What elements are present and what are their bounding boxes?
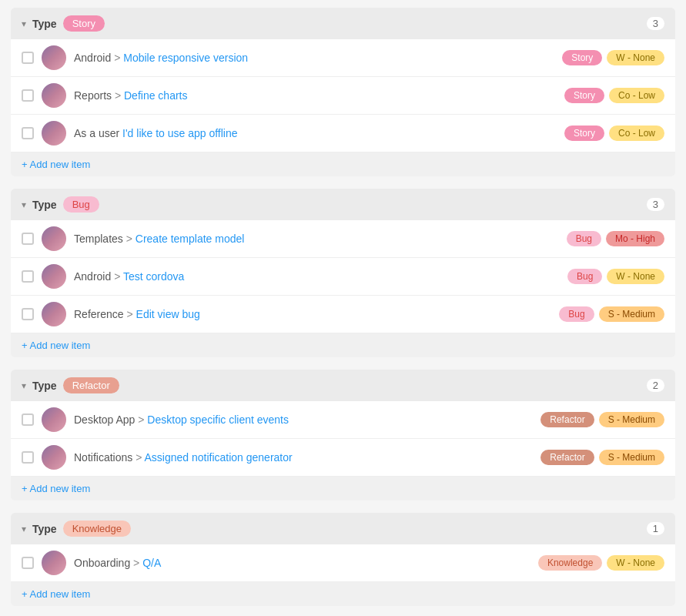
item-tags: StoryCo - Low <box>564 126 664 141</box>
item-type-tag[interactable]: Story <box>562 50 602 65</box>
group-count: 3 <box>647 198 664 211</box>
avatar <box>42 264 66 289</box>
group-type-label: Type <box>32 523 57 535</box>
add-new-item-button[interactable]: + Add new item <box>11 152 675 176</box>
table-row: Templates > Create template modelBugMo -… <box>11 220 675 258</box>
group-type-label: Type <box>32 18 57 30</box>
avatar <box>42 121 66 146</box>
group-count: 1 <box>647 522 664 535</box>
chevron-down-icon[interactable]: ▾ <box>22 18 26 29</box>
table-row: Reference > Edit view bugBugS - Medium <box>11 296 675 333</box>
item-type-tag[interactable]: Refactor <box>540 412 594 427</box>
item-tags: BugMo - High <box>567 231 664 246</box>
group-refactor: ▾TypeRefactor2Desktop App > Desktop spec… <box>11 370 675 500</box>
group-bug: ▾TypeBug3Templates > Create template mod… <box>11 189 675 357</box>
item-type-tag[interactable]: Bug <box>559 306 594 322</box>
table-row: Android > Mobile responsive versionStory… <box>11 39 675 77</box>
group-type-badge[interactable]: Refactor <box>63 377 119 393</box>
item-title[interactable]: As a user I'd like to use app offline <box>74 127 557 139</box>
item-type-tag[interactable]: Bug <box>567 269 602 284</box>
item-priority-tag[interactable]: W - None <box>607 50 664 65</box>
avatar <box>42 83 66 108</box>
item-checkbox[interactable] <box>22 557 34 569</box>
item-tags: StoryW - None <box>562 50 664 65</box>
group-type-badge[interactable]: Story <box>63 15 105 32</box>
item-checkbox[interactable] <box>22 413 34 426</box>
item-type-tag[interactable]: Knowledge <box>538 555 602 571</box>
add-new-item-button[interactable]: + Add new item <box>11 582 675 606</box>
main-container: ▾TypeStory3Android > Mobile responsive v… <box>0 0 686 616</box>
item-tags: KnowledgeW - None <box>538 555 664 571</box>
item-type-tag[interactable]: Refactor <box>540 450 594 465</box>
item-checkbox[interactable] <box>22 89 34 102</box>
item-title[interactable]: Reports > Define charts <box>74 89 557 102</box>
group-type-label: Type <box>32 199 57 211</box>
chevron-down-icon[interactable]: ▾ <box>22 380 26 391</box>
avatar <box>42 45 66 70</box>
avatar <box>42 551 66 575</box>
item-title[interactable]: Android > Mobile responsive version <box>74 52 554 64</box>
item-priority-tag[interactable]: Co - Low <box>609 88 664 103</box>
item-priority-tag[interactable]: W - None <box>607 555 664 571</box>
group-count: 2 <box>647 379 664 392</box>
group-type-badge[interactable]: Knowledge <box>63 521 131 537</box>
item-type-tag[interactable]: Bug <box>567 231 601 246</box>
add-new-item-button[interactable]: + Add new item <box>11 333 675 357</box>
group-type-badge[interactable]: Bug <box>63 196 99 213</box>
avatar <box>42 226 66 251</box>
avatar <box>42 302 66 326</box>
item-priority-tag[interactable]: Co - Low <box>609 126 664 141</box>
item-checkbox[interactable] <box>22 127 34 139</box>
item-title[interactable]: Onboarding > Q/A <box>74 557 530 569</box>
item-checkbox[interactable] <box>22 451 34 464</box>
add-new-item-button[interactable]: + Add new item <box>11 477 675 500</box>
item-checkbox[interactable] <box>22 233 34 245</box>
item-tags: BugW - None <box>567 269 664 284</box>
group-type-label: Type <box>32 380 57 392</box>
item-title[interactable]: Android > Test cordova <box>74 270 560 283</box>
item-tags: BugS - Medium <box>559 306 664 322</box>
table-row: Onboarding > Q/AKnowledgeW - None <box>11 544 675 582</box>
avatar <box>42 445 66 470</box>
chevron-down-icon[interactable]: ▾ <box>22 524 26 534</box>
table-row: Reports > Define chartsStoryCo - Low <box>11 77 675 115</box>
table-row: Android > Test cordovaBugW - None <box>11 258 675 296</box>
item-tags: StoryCo - Low <box>564 88 664 103</box>
item-title[interactable]: Notifications > Assigned notification ge… <box>74 451 533 464</box>
item-priority-tag[interactable]: S - Medium <box>599 412 664 427</box>
item-checkbox[interactable] <box>22 52 34 64</box>
group-header-refactor: ▾TypeRefactor2 <box>11 370 675 401</box>
item-title[interactable]: Reference > Edit view bug <box>74 308 551 320</box>
item-tags: RefactorS - Medium <box>540 450 664 465</box>
group-story: ▾TypeStory3Android > Mobile responsive v… <box>11 8 675 176</box>
item-checkbox[interactable] <box>22 270 34 283</box>
item-tags: RefactorS - Medium <box>540 412 664 427</box>
group-header-story: ▾TypeStory3 <box>11 8 675 39</box>
avatar <box>42 407 66 432</box>
item-priority-tag[interactable]: S - Medium <box>599 450 664 465</box>
table-row: Notifications > Assigned notification ge… <box>11 439 675 477</box>
item-title[interactable]: Templates > Create template model <box>74 233 559 245</box>
item-checkbox[interactable] <box>22 308 34 320</box>
group-header-bug: ▾TypeBug3 <box>11 189 675 220</box>
item-title[interactable]: Desktop App > Desktop specific client ev… <box>74 413 533 426</box>
table-row: As a user I'd like to use app offlineSto… <box>11 115 675 152</box>
item-priority-tag[interactable]: S - Medium <box>599 306 664 322</box>
group-header-knowledge: ▾TypeKnowledge1 <box>11 513 675 544</box>
table-row: Desktop App > Desktop specific client ev… <box>11 401 675 439</box>
item-priority-tag[interactable]: W - None <box>607 269 664 284</box>
group-knowledge: ▾TypeKnowledge1Onboarding > Q/AKnowledge… <box>11 513 675 606</box>
item-priority-tag[interactable]: Mo - High <box>606 231 664 246</box>
item-type-tag[interactable]: Story <box>564 126 604 141</box>
item-type-tag[interactable]: Story <box>564 88 604 103</box>
group-count: 3 <box>647 17 664 30</box>
chevron-down-icon[interactable]: ▾ <box>22 199 26 210</box>
